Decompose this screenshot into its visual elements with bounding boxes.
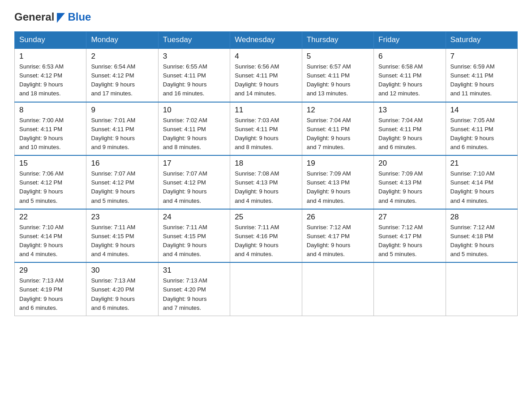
day-number: 12 [307,106,369,115]
day-number: 7 [450,52,513,61]
day-info: Sunrise: 6:57 AMSunset: 4:11 PMDaylight:… [307,62,369,98]
day-number: 25 [235,213,297,222]
calendar-cell: 29Sunrise: 7:13 AMSunset: 4:19 PMDayligh… [15,262,86,316]
day-number: 29 [19,266,82,275]
day-info: Sunrise: 7:13 AMSunset: 4:20 PMDaylight:… [91,276,153,313]
calendar-cell: 3Sunrise: 6:55 AMSunset: 4:11 PMDaylight… [158,48,230,102]
day-number: 11 [235,106,297,115]
calendar-cell: 2Sunrise: 6:54 AMSunset: 4:12 PMDaylight… [86,48,158,102]
logo-blue-text: Blue [68,11,91,23]
day-info: Sunrise: 7:01 AMSunset: 4:11 PMDaylight:… [91,116,153,152]
day-info: Sunrise: 7:09 AMSunset: 4:13 PMDaylight:… [307,169,369,206]
day-number: 2 [91,52,153,61]
day-number: 22 [19,213,82,222]
page-header: General Blue [14,11,518,23]
day-info: Sunrise: 7:07 AMSunset: 4:12 PMDaylight:… [91,169,153,206]
calendar-week-row: 29Sunrise: 7:13 AMSunset: 4:19 PMDayligh… [15,262,518,316]
column-header-friday: Friday [374,32,446,49]
calendar-cell: 14Sunrise: 7:05 AMSunset: 4:11 PMDayligh… [446,102,517,156]
day-info: Sunrise: 7:10 AMSunset: 4:14 PMDaylight:… [19,223,82,259]
day-number: 21 [450,159,513,168]
calendar-cell: 24Sunrise: 7:11 AMSunset: 4:15 PMDayligh… [158,209,230,263]
calendar-cell: 12Sunrise: 7:04 AMSunset: 4:11 PMDayligh… [302,102,373,156]
calendar-cell: 1Sunrise: 6:53 AMSunset: 4:12 PMDaylight… [15,48,86,102]
calendar-cell: 22Sunrise: 7:10 AMSunset: 4:14 PMDayligh… [15,209,86,263]
day-info: Sunrise: 6:55 AMSunset: 4:11 PMDaylight:… [163,62,225,98]
day-info: Sunrise: 7:03 AMSunset: 4:11 PMDaylight:… [235,116,297,152]
calendar-cell: 27Sunrise: 7:12 AMSunset: 4:17 PMDayligh… [374,209,446,263]
day-info: Sunrise: 7:12 AMSunset: 4:17 PMDaylight:… [307,223,369,259]
calendar-cell: 16Sunrise: 7:07 AMSunset: 4:12 PMDayligh… [86,155,158,209]
day-number: 24 [163,213,225,222]
calendar-cell: 9Sunrise: 7:01 AMSunset: 4:11 PMDaylight… [86,102,158,156]
calendar-cell [446,262,517,316]
day-info: Sunrise: 7:06 AMSunset: 4:12 PMDaylight:… [19,169,82,206]
calendar-cell: 25Sunrise: 7:11 AMSunset: 4:16 PMDayligh… [230,209,302,263]
day-info: Sunrise: 7:00 AMSunset: 4:11 PMDaylight:… [19,116,82,152]
calendar-cell: 23Sunrise: 7:11 AMSunset: 4:15 PMDayligh… [86,209,158,263]
day-info: Sunrise: 7:13 AMSunset: 4:20 PMDaylight:… [163,276,225,313]
day-number: 31 [163,266,225,275]
day-info: Sunrise: 6:58 AMSunset: 4:11 PMDaylight:… [378,62,441,98]
day-number: 27 [378,213,441,222]
day-info: Sunrise: 7:04 AMSunset: 4:11 PMDaylight:… [378,116,441,152]
calendar-week-row: 1Sunrise: 6:53 AMSunset: 4:12 PMDaylight… [15,48,518,102]
logo: General Blue [14,11,91,23]
calendar-cell: 15Sunrise: 7:06 AMSunset: 4:12 PMDayligh… [15,155,86,209]
day-info: Sunrise: 7:04 AMSunset: 4:11 PMDaylight:… [307,116,369,152]
day-number: 17 [163,159,225,168]
calendar-cell: 18Sunrise: 7:08 AMSunset: 4:13 PMDayligh… [230,155,302,209]
day-info: Sunrise: 7:08 AMSunset: 4:13 PMDaylight:… [235,169,297,206]
day-number: 10 [163,106,225,115]
day-number: 23 [91,213,153,222]
calendar-header-row: SundayMondayTuesdayWednesdayThursdayFrid… [15,32,518,49]
calendar-cell: 31Sunrise: 7:13 AMSunset: 4:20 PMDayligh… [158,262,230,316]
calendar-cell [230,262,302,316]
calendar-cell: 8Sunrise: 7:00 AMSunset: 4:11 PMDaylight… [15,102,86,156]
calendar-cell: 6Sunrise: 6:58 AMSunset: 4:11 PMDaylight… [374,48,446,102]
calendar-cell: 7Sunrise: 6:59 AMSunset: 4:11 PMDaylight… [446,48,517,102]
day-info: Sunrise: 6:56 AMSunset: 4:11 PMDaylight:… [235,62,297,98]
calendar-cell: 17Sunrise: 7:07 AMSunset: 4:12 PMDayligh… [158,155,230,209]
day-info: Sunrise: 7:09 AMSunset: 4:13 PMDaylight:… [378,169,441,206]
day-number: 19 [307,159,369,168]
column-header-sunday: Sunday [15,32,86,49]
calendar-cell [374,262,446,316]
column-header-thursday: Thursday [302,32,373,49]
calendar-cell: 10Sunrise: 7:02 AMSunset: 4:11 PMDayligh… [158,102,230,156]
day-info: Sunrise: 7:13 AMSunset: 4:19 PMDaylight:… [19,276,82,313]
day-info: Sunrise: 7:11 AMSunset: 4:15 PMDaylight:… [91,223,153,259]
calendar-cell: 30Sunrise: 7:13 AMSunset: 4:20 PMDayligh… [86,262,158,316]
day-number: 6 [378,52,441,61]
calendar-week-row: 8Sunrise: 7:00 AMSunset: 4:11 PMDaylight… [15,102,518,156]
calendar-cell: 26Sunrise: 7:12 AMSunset: 4:17 PMDayligh… [302,209,373,263]
day-number: 5 [307,52,369,61]
calendar-cell: 5Sunrise: 6:57 AMSunset: 4:11 PMDaylight… [302,48,373,102]
day-number: 26 [307,213,369,222]
day-number: 16 [91,159,153,168]
day-info: Sunrise: 7:02 AMSunset: 4:11 PMDaylight:… [163,116,225,152]
day-number: 9 [91,106,153,115]
day-number: 3 [163,52,225,61]
day-number: 15 [19,159,82,168]
day-info: Sunrise: 6:54 AMSunset: 4:12 PMDaylight:… [91,62,153,98]
day-number: 4 [235,52,297,61]
day-info: Sunrise: 7:11 AMSunset: 4:15 PMDaylight:… [163,223,225,259]
day-info: Sunrise: 6:53 AMSunset: 4:12 PMDaylight:… [19,62,82,98]
calendar-cell: 21Sunrise: 7:10 AMSunset: 4:14 PMDayligh… [446,155,517,209]
calendar-cell: 28Sunrise: 7:12 AMSunset: 4:18 PMDayligh… [446,209,517,263]
calendar-cell: 13Sunrise: 7:04 AMSunset: 4:11 PMDayligh… [374,102,446,156]
day-number: 30 [91,266,153,275]
day-info: Sunrise: 6:59 AMSunset: 4:11 PMDaylight:… [450,62,513,98]
calendar-table: SundayMondayTuesdayWednesdayThursdayFrid… [14,31,518,316]
calendar-week-row: 22Sunrise: 7:10 AMSunset: 4:14 PMDayligh… [15,209,518,263]
day-info: Sunrise: 7:07 AMSunset: 4:12 PMDaylight:… [163,169,225,206]
logo-general-text: General [14,11,54,23]
day-number: 13 [378,106,441,115]
calendar-cell: 19Sunrise: 7:09 AMSunset: 4:13 PMDayligh… [302,155,373,209]
day-info: Sunrise: 7:12 AMSunset: 4:18 PMDaylight:… [450,223,513,259]
column-header-monday: Monday [86,32,158,49]
day-number: 20 [378,159,441,168]
column-header-saturday: Saturday [446,32,517,49]
calendar-cell: 20Sunrise: 7:09 AMSunset: 4:13 PMDayligh… [374,155,446,209]
